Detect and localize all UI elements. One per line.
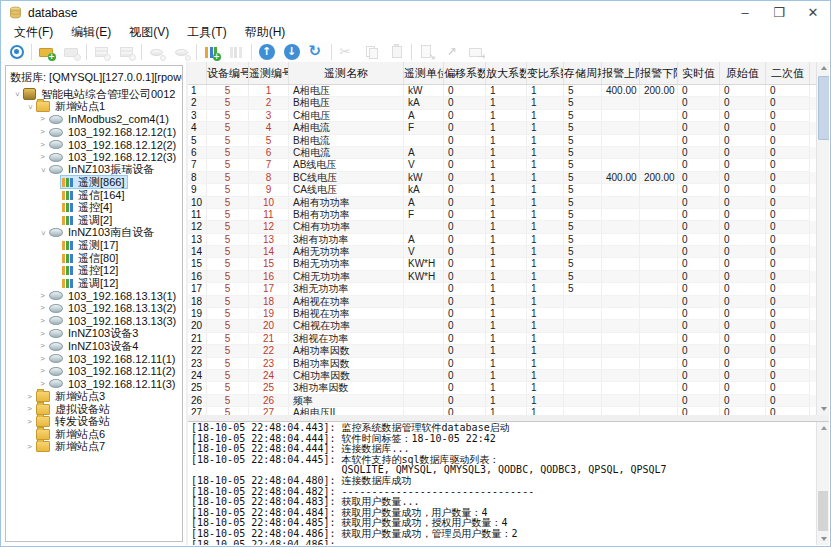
table-cell[interactable]: 0 [678, 246, 720, 258]
table-cell[interactable] [602, 110, 640, 122]
table-cell[interactable]: 1 [486, 184, 527, 196]
table-cell[interactable]: 0 [678, 358, 720, 370]
table-cell[interactable]: 1 [486, 382, 527, 394]
table-cell[interactable]: 1 [486, 122, 527, 134]
table-cell[interactable]: 8 [249, 172, 289, 184]
expander-open-icon[interactable]: > [38, 164, 48, 175]
table-cell[interactable]: 5 [207, 320, 249, 332]
table-cell[interactable] [602, 97, 640, 109]
table-cell[interactable]: 1 [486, 135, 527, 147]
column-header[interactable]: 原始值 [720, 62, 766, 84]
table-cell[interactable]: 5 [564, 246, 602, 258]
table-cell[interactable] [404, 308, 444, 320]
expander-closed-icon[interactable]: > [37, 127, 48, 137]
table-row[interactable]: 15515B相无功功率KW*H0115000 [188, 258, 829, 270]
table-cell[interactable]: 1 [527, 308, 564, 320]
table-row[interactable]: 215213相视在功率011000 [188, 333, 829, 345]
table-cell[interactable]: C相功率因数 [289, 370, 404, 382]
table-row[interactable]: 26526频率011000 [188, 395, 829, 407]
table-cell[interactable]: 1 [486, 320, 527, 332]
row-number[interactable]: 19 [188, 308, 207, 320]
table-cell[interactable]: 1 [527, 333, 564, 345]
row-number[interactable]: 26 [188, 395, 207, 407]
table-cell[interactable]: 5 [564, 110, 602, 122]
table-cell[interactable]: 200.00 [640, 85, 678, 97]
table-cell[interactable]: 1 [527, 172, 564, 184]
table-cell[interactable]: 0 [678, 147, 720, 159]
table-cell[interactable]: 18 [249, 296, 289, 308]
table-cell[interactable]: AB线电压 [289, 159, 404, 171]
table-cell[interactable]: B相功率因数 [289, 358, 404, 370]
column-header[interactable]: 报警下限 [640, 62, 678, 84]
minimize-button[interactable]: – [728, 1, 762, 24]
table-cell[interactable]: 0 [678, 407, 720, 415]
table-cell[interactable]: 0 [444, 159, 486, 171]
table-cell[interactable]: 1 [486, 370, 527, 382]
table-cell[interactable]: 15 [249, 258, 289, 270]
table-row[interactable]: 454A相电流F0115000 [188, 122, 829, 134]
table-cell[interactable] [640, 358, 678, 370]
table-cell[interactable]: C相电流 [289, 147, 404, 159]
table-row[interactable]: 175173相无功功率0115000 [188, 283, 829, 295]
table-cell[interactable]: 3相视在功率 [289, 333, 404, 345]
table-cell[interactable]: 0 [766, 283, 810, 295]
table-cell[interactable]: kA [404, 97, 444, 109]
table-cell[interactable]: 0 [766, 308, 810, 320]
table-cell[interactable]: 0 [678, 234, 720, 246]
menu-view[interactable]: 视图(V) [120, 23, 178, 42]
tree-item[interactable]: >InNZ103设备4 [6, 340, 182, 353]
table-cell[interactable]: 0 [678, 97, 720, 109]
table-cell[interactable]: 1 [486, 358, 527, 370]
table-cell[interactable] [602, 209, 640, 221]
table-cell[interactable] [602, 370, 640, 382]
table-cell[interactable] [602, 320, 640, 332]
table-cell[interactable]: 1 [486, 258, 527, 270]
table-cell[interactable] [640, 234, 678, 246]
table-cell[interactable] [640, 159, 678, 171]
table-cell[interactable]: 0 [720, 271, 766, 283]
table-cell[interactable]: 1 [486, 283, 527, 295]
table-cell[interactable]: 0 [720, 122, 766, 134]
table-cell[interactable]: 0 [678, 197, 720, 209]
table-row[interactable]: 27527A相电压II011000 [188, 407, 829, 415]
table-cell[interactable]: 1 [486, 395, 527, 407]
table-cell[interactable]: 3相无功功率 [289, 283, 404, 295]
table-cell[interactable]: 5 [207, 333, 249, 345]
table-cell[interactable] [640, 296, 678, 308]
expander-closed-icon[interactable]: > [37, 114, 48, 124]
table-cell[interactable] [640, 395, 678, 407]
table-cell[interactable]: F [404, 122, 444, 134]
table-cell[interactable]: 13 [249, 234, 289, 246]
table-cell[interactable] [640, 97, 678, 109]
column-header[interactable]: 报警上限 [602, 62, 640, 84]
table-cell[interactable]: C相视在功率 [289, 320, 404, 332]
table-cell[interactable]: 11 [249, 209, 289, 221]
row-number[interactable]: 22 [188, 345, 207, 357]
table-cell[interactable]: 10 [249, 197, 289, 209]
row-number[interactable]: 20 [188, 320, 207, 332]
table-cell[interactable]: C相电压 [289, 110, 404, 122]
row-number[interactable]: 18 [188, 296, 207, 308]
column-header[interactable]: 设备编号 [207, 62, 249, 84]
table-cell[interactable]: 1 [527, 97, 564, 109]
table-cell[interactable]: 0 [766, 358, 810, 370]
table-row[interactable]: 11511B相有功功率F0115000 [188, 209, 829, 221]
table-cell[interactable]: 0 [444, 358, 486, 370]
table-cell[interactable] [640, 320, 678, 332]
table-cell[interactable]: 5 [207, 345, 249, 357]
table-cell[interactable]: 0 [444, 296, 486, 308]
table-cell[interactable]: 5 [207, 271, 249, 283]
row-number[interactable]: 4 [188, 122, 207, 134]
table-cell[interactable]: 0 [766, 135, 810, 147]
table-cell[interactable]: 1 [527, 85, 564, 97]
menu-file[interactable]: 文件(F) [5, 23, 62, 42]
table-cell[interactable]: 1 [527, 395, 564, 407]
row-number[interactable]: 5 [188, 135, 207, 147]
table-cell[interactable]: BC线电压 [289, 172, 404, 184]
table-cell[interactable]: B相视在功率 [289, 308, 404, 320]
table-cell[interactable] [602, 407, 640, 415]
table-cell[interactable] [640, 283, 678, 295]
table-cell[interactable]: 5 [207, 209, 249, 221]
table-cell[interactable]: B相电流 [289, 135, 404, 147]
table-cell[interactable]: 14 [249, 246, 289, 258]
